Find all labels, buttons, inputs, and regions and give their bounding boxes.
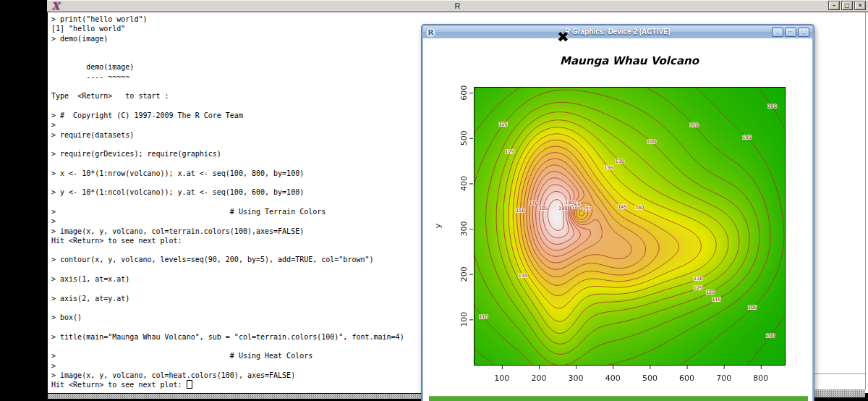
- graphics-minimize-button[interactable]: –: [772, 28, 783, 37]
- terminal-line: [51, 245, 404, 255]
- terminal-line: [51, 178, 404, 187]
- terminal-line: [51, 159, 404, 168]
- volcano-plot-canvas: [423, 38, 809, 401]
- terminal-line: [51, 323, 404, 332]
- console-title: R: [47, 1, 868, 10]
- terminal-line: > demo(image): [51, 34, 404, 43]
- root-window-pattern-right: [811, 389, 865, 397]
- terminal-line: [51, 198, 404, 207]
- terminal-line: Hit <Return> to see next plot:: [51, 236, 404, 245]
- terminal-line: Type <Return> to start :: [51, 91, 404, 101]
- terminal-cursor: [187, 380, 192, 389]
- terminal-line: ---- ~~~~~: [51, 72, 404, 82]
- root-window-pattern-left: [48, 394, 422, 399]
- terminal-output: > print("hello world")[1] "hello world">…: [51, 14, 404, 390]
- console-minimize-button[interactable]: –: [828, 1, 840, 10]
- console-titlebar[interactable]: X R – □ ✕: [47, 0, 868, 12]
- terminal-line: Hit <Return> to see next plot:: [51, 380, 404, 389]
- terminal-line: >: [51, 216, 404, 226]
- terminal-line: > require(grDevices); require(graphics): [51, 149, 404, 159]
- terminal-line: > contour(x, y, volcano, levels=seq(90, …: [51, 255, 404, 264]
- desktop: X R – □ ✕ > print("hello world")[1] "hel…: [0, 0, 868, 401]
- graphics-maximize-button[interactable]: □: [785, 28, 796, 37]
- window-edge-line: [811, 373, 865, 374]
- background-plot-strip: [429, 396, 808, 401]
- r-graphics-window[interactable]: R R Graphics: Device 2 (ACTIVE) – □ ✕: [422, 25, 814, 401]
- terminal-line: > x <- 10*(1:nrow(volcano)); x.at <- seq…: [51, 169, 404, 178]
- terminal-line: [51, 43, 404, 53]
- terminal-line: > # Copyright (C) 1997-2009 The R Core T…: [51, 111, 404, 120]
- terminal-line: demo(image): [51, 62, 404, 72]
- terminal-line: [51, 342, 404, 351]
- graphics-close-button[interactable]: ✕: [798, 28, 809, 37]
- terminal-line: [51, 265, 404, 274]
- terminal-line: > image(x, y, volcano, col=terrain.color…: [51, 227, 404, 236]
- r-graphics-titlebar[interactable]: R R Graphics: Device 2 (ACTIVE) – □ ✕: [423, 26, 812, 38]
- terminal-line: > title(main="Maunga Whau Volcano", sub …: [51, 332, 404, 342]
- terminal-line: > # Using Heat Colors: [51, 351, 404, 360]
- terminal-line: > axis(2, at=y.at): [51, 294, 404, 303]
- terminal-line: [51, 140, 404, 149]
- terminal-line: > require(datasets): [51, 130, 404, 140]
- terminal-line: [51, 53, 404, 62]
- terminal-line: [51, 303, 404, 313]
- terminal-line: > # Using Terrain Colors: [51, 207, 404, 216]
- terminal-line: > axis(1, at=x.at): [51, 274, 404, 284]
- terminal-right-edge: [865, 12, 866, 389]
- terminal-line: [51, 82, 404, 91]
- terminal-line: > y <- 10*(1:ncol(volcano)); y.at <- seq…: [51, 187, 404, 197]
- terminal-line: [1] "hello world": [51, 24, 404, 33]
- console-close-button[interactable]: ✕: [854, 1, 866, 10]
- terminal-line: [51, 101, 404, 111]
- console-maximize-button[interactable]: □: [841, 1, 853, 10]
- terminal-line: >: [51, 120, 404, 130]
- terminal-line: > image(x, y, volcano, col=heat.colors(1…: [51, 371, 404, 380]
- x11-cursor: ✖: [557, 28, 569, 46]
- terminal-line: > print("hello world"): [51, 14, 404, 24]
- terminal-line: > box(): [51, 313, 404, 322]
- terminal-line: [51, 284, 404, 293]
- r-graphics-title: R Graphics: Device 2 (ACTIVE): [423, 28, 812, 35]
- terminal-line: >: [51, 361, 404, 371]
